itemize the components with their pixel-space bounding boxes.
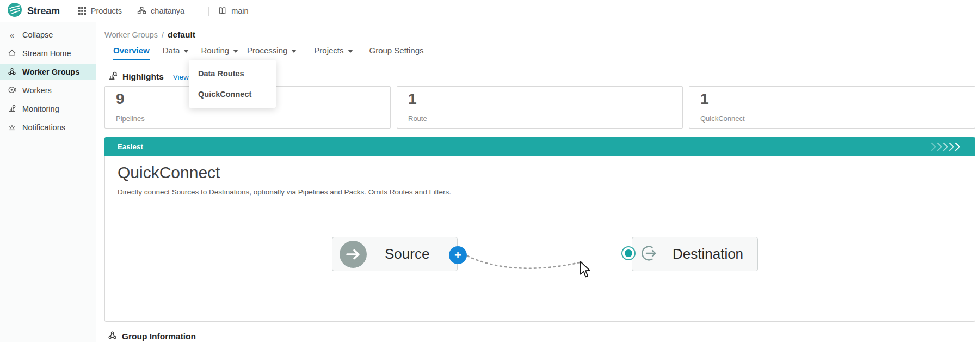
quickconnect-description: Directly connect Sources to Destinations… (118, 188, 451, 196)
quickconnect-panel: Easiest QuickConnect Directly connect So… (104, 138, 975, 322)
collapse-icon: « (8, 30, 16, 40)
monitoring-icon (8, 104, 16, 114)
tab-overview[interactable]: Overview (113, 46, 150, 60)
quickconnect-title: QuickConnect (118, 163, 220, 182)
card-quickconnect[interactable]: 1 QuickConnect (689, 86, 975, 129)
card-label: Route (408, 114, 671, 123)
sidebar-item-worker-groups[interactable]: Worker Groups (0, 64, 96, 80)
tab-routing[interactable]: Routing (201, 46, 238, 60)
highlights-chart-icon (108, 71, 118, 83)
highlights-title: Highlights (122, 72, 164, 82)
sidebar-item-label: Collapse (22, 30, 53, 39)
worker-groups-icon (8, 67, 16, 77)
breadcrumb-current: default (168, 30, 195, 40)
card-label: QuickConnect (700, 114, 964, 123)
destination-arrow-icon (639, 243, 658, 265)
notifications-icon (8, 123, 16, 133)
breadcrumb: Worker Groups / default (104, 30, 195, 40)
tab-projects[interactable]: Projects (314, 46, 353, 60)
group-information-title: Group Information (122, 332, 196, 341)
app-root: Stream Products (0, 0, 980, 342)
book-icon (218, 7, 227, 15)
tab-processing[interactable]: Processing (247, 46, 297, 60)
sidebar-item-workers[interactable]: Workers (0, 82, 96, 99)
group-information-header: Group Information (108, 331, 196, 342)
sidebar-item-label: Worker Groups (22, 68, 79, 76)
source-node[interactable]: Source (332, 237, 458, 271)
breadcrumb-worker-groups[interactable]: Worker Groups (104, 30, 158, 39)
chevron-down-icon (233, 50, 238, 53)
sidebar-collapse[interactable]: « Collapse (0, 27, 96, 43)
mouse-cursor (579, 261, 592, 278)
brand-name: Stream (27, 5, 60, 17)
card-routes[interactable]: 1 Route (397, 86, 683, 129)
ribbon-label: Easiest (118, 143, 143, 151)
easiest-ribbon[interactable]: Easiest (104, 137, 975, 156)
products-grid-icon (78, 7, 87, 15)
tab-data[interactable]: Data (163, 46, 189, 60)
products-menu[interactable]: Products (78, 7, 122, 15)
tab-label: Overview (113, 46, 150, 55)
source-arrow-icon (340, 241, 367, 268)
brand[interactable]: Stream (7, 2, 60, 20)
breadcrumb-separator: / (162, 30, 164, 39)
sidebar-item-label: Monitoring (22, 105, 59, 113)
destination-node[interactable]: Destination (632, 237, 758, 271)
chevron-down-icon (183, 50, 189, 53)
connection-dashed-line (453, 248, 589, 274)
group-information-icon (108, 331, 117, 342)
tab-label: Projects (314, 46, 343, 55)
user-menu[interactable]: chaitanya (137, 7, 184, 15)
branch-selector[interactable]: main (218, 7, 248, 15)
sidebar-item-label: Notifications (22, 123, 65, 132)
topbar-divider (69, 7, 69, 16)
chevron-down-icon (348, 50, 353, 53)
org-hierarchy-icon (137, 7, 146, 15)
chevrons-right-icon (930, 142, 965, 151)
sidebar-item-notifications[interactable]: Notifications (0, 119, 96, 136)
destination-connector-dot[interactable] (622, 247, 634, 259)
tab-label: Processing (247, 46, 287, 55)
products-label: Products (91, 7, 122, 15)
sidebar: « Collapse Stream Home Worker Groups (0, 22, 96, 342)
highlights-header: Highlights View D (108, 71, 196, 83)
stream-logo-icon (7, 2, 22, 20)
menu-item-data-routes[interactable]: Data Routes (189, 63, 276, 84)
tab-group-settings[interactable]: Group Settings (369, 46, 424, 60)
tab-label: Routing (201, 46, 229, 55)
home-icon (8, 48, 16, 59)
user-label: chaitanya (151, 7, 184, 15)
sidebar-item-stream-home[interactable]: Stream Home (0, 45, 96, 62)
top-bar: Stream Products (0, 0, 980, 22)
routing-dropdown-menu: Data Routes QuickConnect (189, 60, 276, 108)
card-value: 1 (700, 91, 964, 107)
destination-label: Destination (673, 246, 743, 262)
tab-label: Data (163, 46, 180, 55)
branch-label: main (231, 7, 248, 15)
sidebar-item-monitoring[interactable]: Monitoring (0, 101, 96, 117)
sidebar-item-label: Stream Home (22, 49, 71, 58)
tab-bar: Overview Data Routing Processing Project… (113, 46, 424, 60)
card-label: Pipelines (116, 114, 379, 123)
chevron-down-icon (291, 50, 297, 53)
source-label: Source (385, 246, 429, 262)
workers-icon (8, 86, 16, 96)
topbar-divider-2 (208, 7, 209, 16)
sidebar-item-label: Workers (22, 86, 52, 95)
tab-label: Group Settings (369, 46, 424, 55)
add-connection-button[interactable]: + (449, 246, 467, 264)
menu-item-quickconnect[interactable]: QuickConnect (189, 84, 276, 105)
card-value: 1 (408, 91, 671, 107)
